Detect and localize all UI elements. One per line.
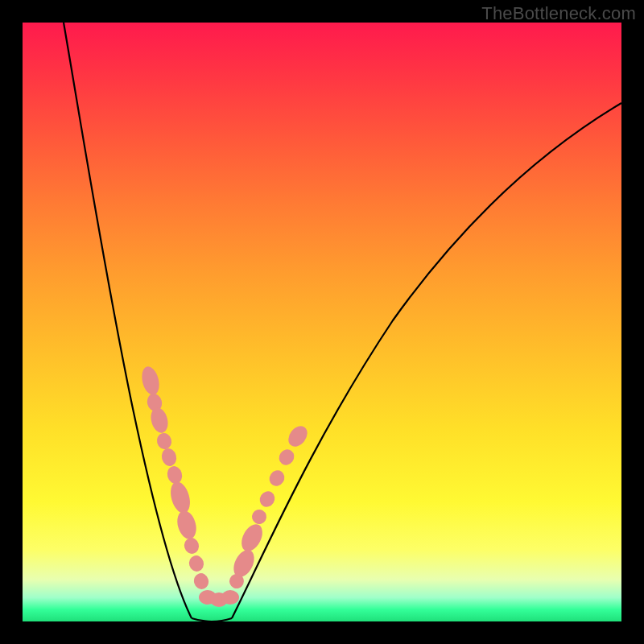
bead-valley	[221, 590, 239, 605]
curve-right	[232, 103, 621, 618]
bead-right	[266, 468, 287, 489]
bead-left	[165, 464, 184, 485]
bead-left	[174, 509, 199, 542]
chart-svg	[23, 23, 621, 621]
bead-left	[188, 554, 206, 573]
bead-right	[250, 507, 270, 527]
bead-left	[155, 431, 174, 451]
watermark-text: TheBottleneck.com	[481, 3, 636, 24]
bead-right	[285, 423, 312, 450]
bead-left	[159, 447, 178, 468]
curve-valley	[192, 618, 232, 621]
bead-right	[257, 489, 278, 510]
bead-left	[192, 572, 211, 591]
bead-left	[183, 536, 201, 555]
curve-left	[64, 23, 192, 618]
bead-left	[139, 365, 162, 397]
bead-right	[237, 521, 266, 555]
plot-area	[23, 23, 621, 621]
bead-left	[167, 480, 193, 516]
bead-right	[276, 447, 297, 469]
